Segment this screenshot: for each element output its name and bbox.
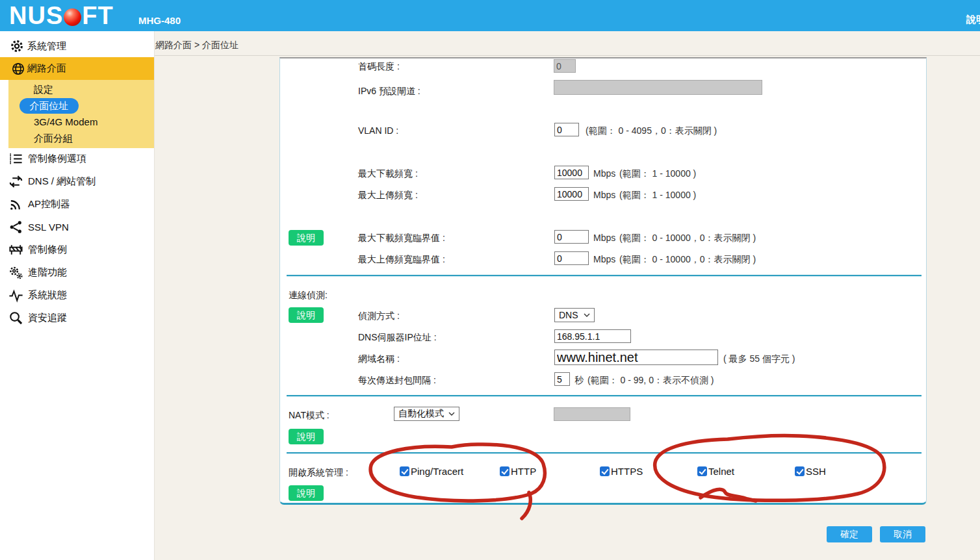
packet-interval-input[interactable] <box>554 372 570 386</box>
download-threshold-hint: (範圍： 0 - 10000，0：表示關閉 ) <box>619 233 756 244</box>
checkbox-telnet[interactable]: Telnet <box>697 466 734 477</box>
sidebar-item-system[interactable]: 系統管理 <box>0 36 154 56</box>
vlan-id-input[interactable] <box>554 123 579 136</box>
sidebar: 系統管理 網路介面 設定 介面位址 3G/4G Modem 介面分組 <box>0 31 155 560</box>
checkbox-checked-icon <box>500 466 509 476</box>
checkbox-label: HTTPS <box>611 466 643 477</box>
advanced-icon <box>8 265 23 280</box>
security-trace-icon <box>8 311 23 325</box>
checkbox-checked-icon <box>697 466 707 476</box>
detect-method-label: 偵測方式 : <box>358 311 400 322</box>
max-download-label: 最大下載頻寬 : <box>358 168 418 180</box>
ssl-vpn-icon <box>8 220 23 235</box>
app-root: NUSFT MHG-480 說明 網路介面 > 介面位址 系統管理 <box>0 0 980 560</box>
sidebar-item-system-status[interactable]: 系統狀態 <box>0 285 154 305</box>
ipv6-gateway-label: IPv6 預設閘道 : <box>358 86 420 97</box>
upload-threshold-label: 最大上傳頻寬臨界值 : <box>358 254 445 266</box>
max-upload-input[interactable] <box>554 187 589 201</box>
upload-threshold-unit: Mbps <box>593 254 615 264</box>
help-button-bandwidth[interactable]: 說明 <box>289 230 324 246</box>
checkbox-checked-icon <box>600 466 610 476</box>
sidebar-item-ap-controller[interactable]: AP控制器 <box>0 194 154 214</box>
sidebar-subitem-interface-address-active[interactable]: 介面位址 <box>19 98 79 114</box>
system-status-icon <box>8 288 23 303</box>
upload-threshold-input[interactable] <box>554 251 589 265</box>
help-button-system-mgmt[interactable]: 說明 <box>289 485 324 501</box>
sidebar-subitem-settings[interactable]: 設定 <box>34 84 53 96</box>
download-threshold-input[interactable] <box>554 230 589 244</box>
sidebar-item-network[interactable]: 網路介面 <box>0 57 154 80</box>
nat-mode-select[interactable]: 自動化模式 <box>394 407 459 421</box>
max-upload-unit: Mbps <box>593 190 615 200</box>
upload-threshold-hint: (範圍： 0 - 10000，0：表示關閉 ) <box>619 254 756 266</box>
gear-icon <box>10 39 24 53</box>
breadcrumb[interactable]: 網路介面 > 介面位址 <box>155 40 239 51</box>
sidebar-item-label: SSL VPN <box>28 222 69 233</box>
sidebar-item-label: 資安追蹤 <box>28 312 67 324</box>
detect-method-select[interactable]: DNS <box>554 308 595 322</box>
sidebar-subitem-interface-group[interactable]: 介面分組 <box>34 133 73 145</box>
section-divider <box>287 395 922 397</box>
sidebar-item-label: AP控制器 <box>28 198 70 210</box>
max-upload-hint: (範圍： 1 - 10000 ) <box>619 190 696 201</box>
download-threshold-label: 最大下載頻寬臨界值 : <box>358 233 445 244</box>
download-threshold-unit: Mbps <box>593 233 615 243</box>
logo-sphere-icon <box>64 8 81 26</box>
chevron-down-icon <box>448 412 455 416</box>
help-button-detection[interactable]: 說明 <box>289 307 324 323</box>
max-download-unit: Mbps <box>593 168 615 179</box>
sidebar-item-security-trace[interactable]: 資安追蹤 <box>0 308 154 327</box>
max-download-input[interactable] <box>554 166 589 179</box>
sidebar-item-advanced[interactable]: 進階功能 <box>0 262 154 282</box>
cancel-button[interactable]: 取消 <box>880 526 925 542</box>
max-download-hint: (範圍： 1 - 10000 ) <box>619 168 696 180</box>
sidebar-item-policy[interactable]: 管制條例 <box>0 240 154 259</box>
checkbox-ssh[interactable]: SSH <box>795 466 826 477</box>
sidebar-item-policy-options[interactable]: 管制條例選項 <box>0 149 154 168</box>
sidebar-item-label: 進階功能 <box>28 266 67 279</box>
prefix-length-input <box>554 59 576 73</box>
checkbox-ping-tracert[interactable]: Ping/Tracert <box>400 466 463 477</box>
prefix-length-label: 首碼長度 : <box>358 61 400 73</box>
nat-mode-value: 自動化模式 <box>398 408 444 420</box>
system-mgmt-label: 開啟系統管理 : <box>289 467 348 479</box>
domain-name-input[interactable] <box>554 350 718 365</box>
dns-web-control-icon <box>8 174 23 189</box>
logo-text-suffix: FT <box>82 2 113 29</box>
top-bar: NUSFT MHG-480 說明 <box>0 0 980 31</box>
nusoft-logo: NUSFT <box>9 1 114 31</box>
sidebar-item-label: 管制條例選項 <box>28 153 86 165</box>
checkbox-checked-icon <box>400 466 409 476</box>
checkbox-http[interactable]: HTTP <box>500 466 536 477</box>
section-divider <box>287 452 922 454</box>
help-button-nat[interactable]: 說明 <box>289 429 324 444</box>
dns-server-ip-input[interactable] <box>554 329 631 343</box>
checkbox-label: HTTP <box>511 466 536 477</box>
sidebar-submenu: 設定 介面位址 3G/4G Modem 介面分組 <box>8 80 154 148</box>
packet-interval-label: 每次傳送封包間隔 : <box>358 375 436 387</box>
vlan-id-hint: (範圍： 0 - 4095，0：表示關閉 ) <box>586 125 717 137</box>
sidebar-item-label: DNS / 網站管制 <box>28 175 96 188</box>
vlan-id-label: VLAN ID : <box>358 125 398 136</box>
sidebar-item-dns-web-control[interactable]: DNS / 網站管制 <box>0 172 154 191</box>
max-upload-label: 最大上傳頻寬 : <box>358 190 418 201</box>
sidebar-item-ssl-vpn[interactable]: SSL VPN <box>0 217 154 236</box>
confirm-button[interactable]: 確定 <box>827 526 872 542</box>
connection-detect-section-label: 連線偵測: <box>289 290 328 301</box>
policy-options-icon <box>8 151 23 166</box>
checkbox-label: Ping/Tracert <box>411 466 463 477</box>
checkbox-https[interactable]: HTTPS <box>600 466 643 477</box>
content-panel: 首碼長度 : IPv6 預設閘道 : VLAN ID : (範圍： 0 - 40… <box>279 57 927 505</box>
sidebar-item-label: 管制條例 <box>28 244 67 256</box>
logo-text-prefix: NUS <box>9 2 63 29</box>
sidebar-item-label: 系統狀態 <box>28 289 67 301</box>
section-divider <box>287 275 922 277</box>
policy-icon <box>8 242 23 257</box>
nat-mode-label: NAT模式 : <box>289 410 329 422</box>
globe-icon <box>11 62 25 76</box>
ap-controller-icon <box>8 197 23 212</box>
device-model: MHG-480 <box>138 15 181 26</box>
help-link[interactable]: 說明 <box>966 14 980 26</box>
sidebar-subitem-3g4g-modem[interactable]: 3G/4G Modem <box>34 116 97 127</box>
chevron-down-icon <box>584 313 590 317</box>
